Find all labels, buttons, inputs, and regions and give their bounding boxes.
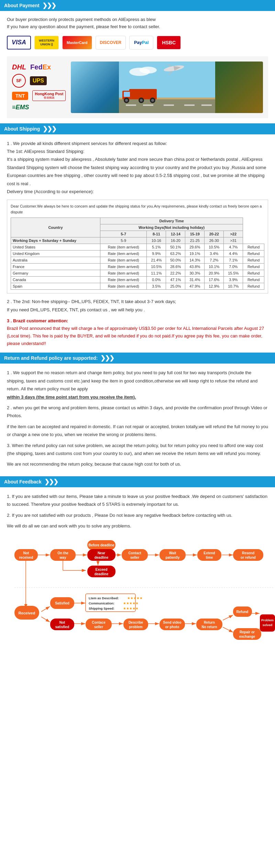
chevron-icon-3: ❯❯❯ — [100, 354, 114, 362]
logo-row-1: DHL FedEx — [12, 63, 66, 71]
table-val-cell: Refund — [243, 244, 264, 251]
svg-text:time: time — [206, 556, 213, 559]
payment-section: Our buyer protection only protects payme… — [0, 11, 275, 123]
feedback-para3-text: We will do all we can and work with you … — [7, 523, 131, 528]
svg-text:satisfied: satisfied — [55, 625, 69, 629]
shipping-para2: The 1st: AliExpress Standard Shipping: — [7, 147, 268, 155]
table-val-cell: 30.3% — [185, 270, 205, 277]
table-val-cell: 28.6% — [166, 264, 185, 270]
table-val-cell: 15.5% — [224, 270, 243, 277]
svg-text:Satisfied: Satisfied — [55, 601, 69, 605]
col-delivery: Delivery Time — [100, 218, 243, 224]
payment-icons-row: VISA WESTERNUNION || MasterCard DISCOVER… — [7, 36, 268, 49]
table-val-cell: 9.9% — [147, 251, 166, 257]
svg-point-2 — [140, 67, 157, 74]
range-8-11: 8-11 — [147, 231, 166, 237]
logos-left: DHL FedEx SF UPS TNT HongKong Post 香港郵政 … — [12, 63, 66, 111]
table-val-cell: 14.3% — [185, 257, 205, 264]
svg-rect-11 — [164, 104, 174, 106]
table-val-cell: 10.5% — [147, 264, 166, 270]
table-val-cell: 4.4% — [224, 251, 243, 257]
svg-text:solved: solved — [263, 623, 273, 627]
return-para3-text: if the item can be accepted and repaired… — [7, 424, 268, 437]
paypal-icon: PayPal — [129, 36, 153, 49]
svg-text:Resend: Resend — [242, 551, 254, 555]
shipping-para6: If you need DHL,UPS, FEDEX, TNT, pls con… — [7, 306, 268, 314]
svg-text:seller: seller — [94, 625, 103, 629]
table-country-cell: United States — [11, 244, 100, 251]
table-val-cell: Refund — [243, 257, 264, 264]
table-val-cell: 10.1% — [205, 264, 224, 270]
payment-line2: If you have any question about the payme… — [7, 23, 268, 31]
feedback-para1-text: 1. If you are satisfied with our items, … — [7, 494, 267, 507]
table-label-cell: Rate (item arrived) — [100, 244, 147, 251]
svg-point-22 — [151, 99, 154, 102]
table-val-cell: 20.9% — [205, 270, 224, 277]
return-para4: 3. When the refund policy can not solve … — [7, 442, 268, 458]
table-label-cell: Rate (item arrived) — [100, 264, 147, 270]
svg-text:Communication:: Communication: — [89, 601, 114, 605]
sf-logo: SF — [12, 74, 26, 88]
svg-rect-12 — [184, 104, 195, 106]
svg-text:Shipping Speed:: Shipping Speed: — [89, 607, 114, 610]
svg-text:exchange: exchange — [239, 635, 255, 638]
table-label-cell: Rate (item arrived) — [100, 257, 147, 264]
payment-header: About Payment ❯❯❯ — [0, 0, 275, 11]
return-para5: We are not recommending the return polic… — [7, 460, 268, 468]
table-val-cell: 7.0% — [224, 264, 243, 270]
table-country-cell: Spain — [11, 283, 100, 290]
range-5-7: 5-7 — [100, 231, 147, 237]
svg-text:Ltem as Described:: Ltem as Described: — [89, 596, 119, 600]
svg-line-35 — [41, 607, 50, 612]
chevron-icon: ❯❯❯ — [42, 2, 56, 9]
table-val-cell: 11.1% — [147, 270, 166, 277]
shipping-section: 1 . We provide all kinds different shipm… — [0, 134, 275, 353]
table-val-cell: 7.1% — [224, 257, 243, 264]
table-val-cell: Refund — [243, 264, 264, 270]
table-val-cell: 4.7% — [224, 244, 243, 251]
shipping-image — [71, 62, 263, 113]
table-val-cell: 43.8% — [185, 264, 205, 270]
svg-line-36 — [41, 617, 50, 622]
svg-text:Repair or: Repair or — [240, 630, 255, 634]
table-label-cell: Rate (item arrived) — [100, 270, 147, 277]
ems-logo: ≡EMS — [12, 104, 29, 111]
payment-header-text: About Payment — [4, 3, 40, 8]
chevron-icon-4: ❯❯❯ — [44, 478, 58, 486]
table-val-cell: 10.7% — [224, 283, 243, 290]
return-para2-text: 2 . when you get the wrong and problem i… — [7, 405, 267, 418]
feedback-para2-text: 2. If you are not satisfied with our pro… — [7, 513, 232, 518]
table-label-cell: Rate (item arrived) — [100, 251, 147, 257]
table-country-cell: Canada — [11, 277, 100, 283]
svg-text:received: received — [19, 556, 33, 559]
shipping-logos-area: DHL FedEx SF UPS TNT HongKong Post 香港郵政 … — [7, 56, 268, 118]
table-country-cell: Germany — [11, 270, 100, 277]
svg-text:patiently: patiently — [165, 556, 180, 559]
table-val-cell: 47.1% — [166, 277, 185, 283]
not-received-label: Not — [23, 551, 29, 555]
ups-logo: UPS — [30, 76, 47, 85]
svg-line-42 — [223, 615, 233, 620]
logo-row-4: ≡EMS — [12, 104, 66, 111]
table-label-cell: Rate (item arrived) — [100, 283, 147, 290]
table-val-cell: Refund — [243, 270, 264, 277]
return-para2: 2 . when you get the wrong and problem i… — [7, 404, 268, 420]
logo-row-2: SF UPS — [12, 74, 66, 88]
payment-line1: Our buyer protection only protects payme… — [7, 16, 268, 23]
feedback-para3: We will do all we can and work with you … — [7, 522, 268, 530]
svg-text:Exceed: Exceed — [95, 568, 107, 571]
svg-text:Return: Return — [204, 621, 215, 624]
table-label-cell: Rate (item arrived) — [100, 277, 147, 283]
return-para5-text: We are not recommending the return polic… — [7, 461, 181, 467]
table-val-cell: 17.6% — [205, 277, 224, 283]
col-country: Country — [11, 218, 100, 237]
svg-text:Contace: Contace — [92, 621, 106, 624]
shipping-text: 1 . We provide all kinds different shipm… — [7, 140, 268, 196]
feedback-section: 1. If you are satisfied with our items, … — [0, 487, 275, 679]
svg-text:or refund: or refund — [241, 556, 256, 559]
return-header: Return and Refund policy are supported: … — [0, 353, 275, 364]
feedback-para2: 2. If you are not satisfied with our pro… — [7, 511, 268, 519]
table-val-cell: 5.1% — [147, 244, 166, 251]
svg-text:Problem: Problem — [261, 619, 274, 622]
table-val-cell: 3.4% — [205, 251, 224, 257]
